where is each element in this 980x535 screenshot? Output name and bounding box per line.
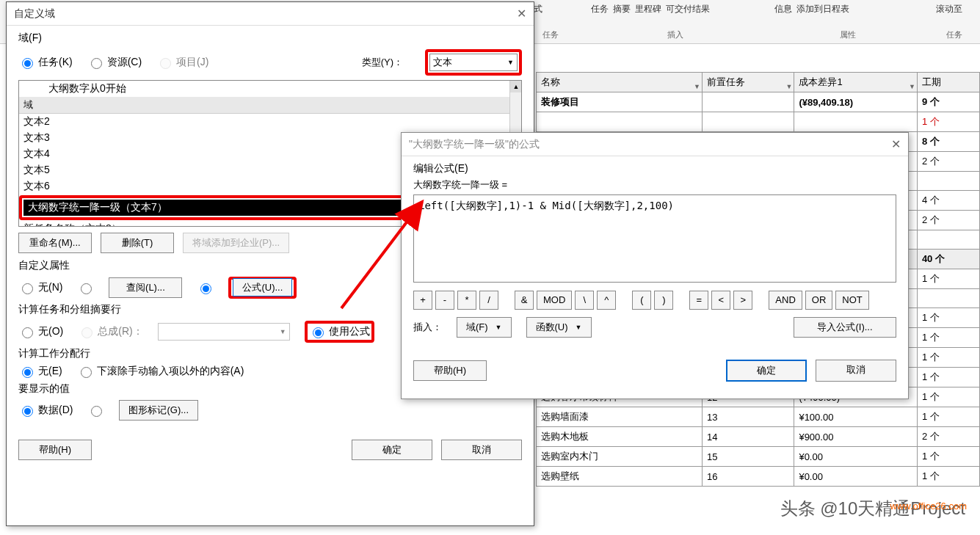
field-dropdown-button[interactable]: 域(F)▼ (457, 317, 512, 338)
col-costvar[interactable]: 成本差异1▼ (794, 73, 917, 92)
operator-button[interactable]: ^ (597, 291, 616, 310)
cancel-button-2[interactable]: 取消 (816, 360, 896, 382)
radio-resource[interactable]: 资源(C) (87, 56, 142, 69)
table-row[interactable]: 选购壁纸16¥0.001 个 (537, 467, 980, 487)
table-row[interactable]: 选购室内木门15¥0.001 个 (537, 447, 980, 467)
ribbon-group-insert: 插入 (591, 29, 760, 40)
ok-button[interactable]: 确定 (352, 440, 432, 460)
radio-none-o[interactable]: 无(O) (18, 325, 63, 338)
dropdown-icon[interactable]: ▼ (694, 83, 700, 90)
radio-task[interactable]: 任务(K) (18, 56, 73, 69)
scroll-up-icon[interactable]: ▲ (510, 81, 522, 92)
col-duration[interactable]: 工期 (917, 73, 979, 92)
ribbon-add-timeline[interactable]: 添加到日程表 (796, 3, 849, 15)
operator-button[interactable]: = (689, 291, 708, 310)
ribbon-group-props: 属性 (774, 29, 921, 40)
table-row[interactable]: 装修项目(¥89,409.18)9 个 (537, 92, 980, 112)
operator-button[interactable]: ( (632, 291, 651, 310)
radio-formula[interactable] (197, 281, 214, 294)
field-eq-label: 大纲数字统一降一级 = (413, 178, 896, 192)
table-row[interactable]: 选购墙面漆13¥100.001 个 (537, 407, 980, 427)
type-label: 类型(Y)： (362, 56, 403, 69)
operator-button[interactable]: & (515, 291, 534, 310)
rollup-select: ▼ (158, 323, 290, 341)
col-pred[interactable]: 前置任务▼ (702, 73, 794, 92)
operator-button[interactable]: AND (769, 291, 802, 310)
type-highlight: 文本▼ (425, 49, 522, 76)
import-formula-button[interactable]: 导入公式(I)... (794, 317, 896, 338)
operator-row: +-*/&MOD\^()=<>ANDORNOT (413, 291, 896, 310)
dropdown-icon[interactable]: ▼ (785, 83, 792, 90)
operator-button[interactable]: OR (805, 291, 833, 310)
delete-button[interactable]: 删除(T) (101, 233, 174, 253)
ribbon-task2: 任务 (936, 29, 973, 40)
ribbon-milestone[interactable]: 里程碑 (635, 3, 661, 15)
operator-button[interactable]: - (435, 291, 454, 310)
close-icon[interactable]: ✕ (517, 7, 526, 21)
lookup-button[interactable]: 查阅(L)... (109, 277, 182, 298)
ribbon-info[interactable]: 信息 (774, 3, 792, 15)
list-top[interactable]: 大纲数字从0开始 (19, 81, 521, 97)
watermark-site: www.office26.com (890, 501, 967, 512)
ribbon-deliverable[interactable]: 可交付结果 (666, 3, 710, 15)
formula-dialog: "大纲数字统一降一级"的公式 ✕ 编辑公式(E) 大纲数字统一降一级 = +-*… (401, 132, 909, 399)
radio-project[interactable]: 项目(J) (156, 56, 208, 69)
edit-formula-label: 编辑公式(E) (413, 162, 896, 175)
radio-none-e[interactable]: 无(E) (18, 365, 62, 378)
radio-manual[interactable]: 下滚除手动输入项以外的内容(A) (77, 365, 244, 378)
radio-rollup[interactable]: 总成(R)： (78, 325, 142, 338)
chevron-down-icon: ▼ (496, 324, 502, 331)
dropdown-icon[interactable]: ▼ (909, 83, 915, 90)
type-select[interactable]: 文本▼ (429, 54, 518, 71)
chevron-down-icon: ▼ (576, 324, 582, 331)
table-row[interactable]: 1 个 (537, 112, 980, 132)
radio-none-n[interactable]: 无(N) (18, 281, 62, 294)
radio-lookup-dot[interactable] (77, 281, 94, 294)
ribbon-task[interactable]: 任务 (591, 3, 609, 15)
operator-button[interactable]: NOT (835, 291, 868, 310)
help-button-2[interactable]: 帮助(H) (413, 360, 487, 381)
operator-button[interactable]: < (711, 291, 730, 310)
cancel-button[interactable]: 取消 (441, 440, 522, 460)
dialog1-title: 自定义域 (14, 7, 55, 21)
formula-input[interactable] (413, 194, 896, 283)
radio-use-formula[interactable]: 使用公式 (309, 325, 370, 338)
close-icon[interactable]: ✕ (891, 137, 901, 151)
ribbon-summary[interactable]: 摘要 (613, 3, 631, 15)
dialog2-title: "大纲数字统一降一级"的公式 (409, 138, 540, 151)
radio-graphic-dot[interactable] (87, 404, 104, 417)
graphic-button[interactable]: 图形标记(G)... (119, 400, 198, 421)
operator-button[interactable]: > (733, 291, 752, 310)
field-label: 域(F) (18, 32, 522, 45)
table-row[interactable]: 选购木地板14¥900.002 个 (537, 427, 980, 447)
function-dropdown-button[interactable]: 函数(U)▼ (526, 317, 592, 338)
radio-data[interactable]: 数据(D) (18, 404, 73, 417)
help-button[interactable]: 帮助(H) (18, 440, 92, 460)
operator-button[interactable]: / (479, 291, 498, 310)
ribbon-scroll[interactable]: 滚动至 (936, 3, 962, 15)
use-formula-highlight: 使用公式 (305, 321, 374, 343)
add-enterprise-button: 将域添加到企业(P)... (183, 233, 289, 253)
operator-button[interactable]: ) (654, 291, 673, 310)
operator-button[interactable]: * (457, 291, 476, 310)
formula-button[interactable]: 公式(U)... (233, 278, 292, 296)
operator-button[interactable]: MOD (537, 291, 572, 310)
rename-button[interactable]: 重命名(M)... (18, 233, 92, 253)
col-name[interactable]: 名称▼ (537, 73, 703, 92)
formula-highlight: 公式(U)... (228, 277, 297, 299)
operator-button[interactable]: + (413, 291, 432, 310)
list-item[interactable]: 文本2 (19, 114, 521, 130)
list-category: 域 (19, 97, 521, 114)
insert-label: 插入： (413, 321, 442, 334)
chevron-down-icon: ▼ (507, 59, 514, 66)
watermark-text: 头条 @10天精通Project (780, 497, 965, 520)
operator-button[interactable]: \ (575, 291, 594, 310)
ok-button-2[interactable]: 确定 (726, 360, 807, 382)
